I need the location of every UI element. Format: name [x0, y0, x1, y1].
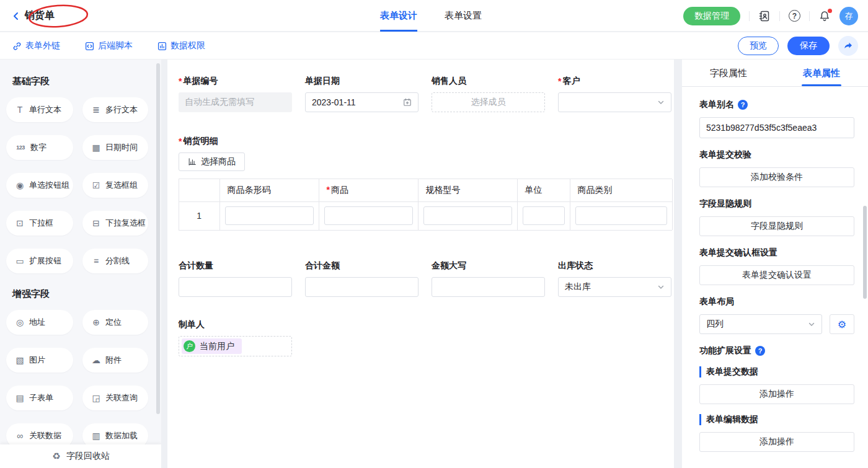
add-submit-action-button[interactable]: 添加操作	[699, 384, 854, 404]
sales-person-picker[interactable]: 选择成员	[432, 92, 545, 112]
tab-form-design[interactable]: 表单设计	[380, 0, 417, 32]
panel-scrollbar[interactable]	[863, 206, 867, 299]
tab-form-settings[interactable]: 表单设置	[445, 0, 482, 32]
permission-grid-icon	[157, 42, 167, 51]
order-date-input[interactable]: 2023-01-11	[305, 92, 418, 112]
section-title-basic-fields: 基础字段	[12, 76, 153, 87]
sidebar-item-linked-query[interactable]: ◲关联查询	[82, 386, 148, 410]
detail-table-header-row: 商品条形码 *商品 规格型号 单位 商品类别	[179, 179, 672, 201]
divider	[809, 11, 810, 21]
sidebar-item-multi-line-text[interactable]: ≣多行文本	[82, 97, 148, 122]
form-layout-select[interactable]: 四列	[699, 314, 822, 334]
field-outbound-status[interactable]: 出库状态 未出库	[558, 260, 671, 297]
field-visibility-button[interactable]: 字段显隐规则	[699, 216, 854, 236]
bar-chart-icon: ▥	[91, 431, 101, 441]
save-button[interactable]: 保存	[787, 37, 830, 55]
sidebar-item-radio-group[interactable]: ◉单选按钮组	[6, 173, 73, 198]
field-order-date[interactable]: 单据日期 2023-01-11	[305, 76, 418, 112]
share-button[interactable]	[838, 36, 858, 56]
col-header-unit: 单位	[517, 179, 570, 201]
sidebar-item-single-line-text[interactable]: T单行文本	[6, 97, 73, 122]
submit-data-group-label: 表单提交数据	[699, 366, 854, 377]
field-creator[interactable]: 制单人 户 当前用户	[179, 319, 663, 356]
sidebar-item-divider-line[interactable]: ≡分割线	[82, 249, 148, 273]
calendar-icon	[403, 98, 412, 107]
field-total-quantity[interactable]: 合计数量	[179, 260, 292, 297]
backend-script-action[interactable]: 后端脚本	[85, 40, 133, 51]
bar-chart-icon	[188, 157, 197, 166]
sidebar-item-location[interactable]: ⊕定位	[82, 310, 148, 335]
code-square-icon	[85, 42, 94, 51]
notification-bell-icon[interactable]	[818, 10, 831, 22]
order-number-input[interactable]: 自动生成无需填写	[179, 92, 292, 112]
detail-table: 商品条形码 *商品 规格型号 单位 商品类别 1	[179, 179, 672, 231]
field-customer[interactable]: *客户	[558, 76, 671, 112]
sidebar-item-subform[interactable]: ▤子表单	[6, 386, 73, 410]
sidebar-item-extend-button[interactable]: ▭扩展按钮	[6, 249, 73, 273]
checkbox-icon: ☑	[91, 180, 101, 190]
tab-field-properties[interactable]: 字段属性	[682, 60, 775, 86]
creator-picker[interactable]: 户 当前用户	[179, 336, 292, 356]
add-edit-action-button[interactable]: 添加操作	[699, 432, 854, 452]
col-header-category: 商品类别	[570, 179, 672, 201]
canvas-row-1: *单据编号 自动生成无需填写 单据日期 2023-01-11 销售人员 选择成员…	[179, 76, 663, 112]
preview-button[interactable]: 预览	[738, 37, 779, 55]
select-product-button[interactable]: 选择商品	[179, 152, 245, 171]
help-icon[interactable]: ?	[738, 100, 748, 110]
address-book-icon[interactable]	[758, 10, 771, 22]
locate-icon: ⊕	[91, 317, 101, 327]
external-link-action[interactable]: 表单外链	[12, 40, 60, 51]
total-amount-input[interactable]	[305, 277, 418, 297]
help-icon[interactable]: ?	[755, 346, 765, 356]
layout-settings-button[interactable]: ⚙	[830, 314, 854, 334]
help-icon[interactable]: ?	[789, 10, 800, 22]
sidebar-item-address[interactable]: ◎地址	[6, 310, 73, 335]
category-input[interactable]	[575, 206, 667, 225]
field-amount-in-words[interactable]: 金额大写	[432, 260, 545, 297]
field-order-number[interactable]: *单据编号 自动生成无需填写	[179, 76, 292, 112]
field-total-amount[interactable]: 合计金额	[305, 260, 418, 297]
divider	[779, 11, 780, 21]
sidebar-item-attachment[interactable]: ☁附件	[82, 348, 148, 373]
amount-in-words-input[interactable]	[432, 277, 545, 297]
field-palette-sidebar: 基础字段 T单行文本 ≣多行文本 123数字 ▦日期时间 ◉单选按钮组 ☑复选框…	[0, 60, 161, 468]
chevron-down-icon	[657, 283, 665, 291]
product-input[interactable]	[324, 206, 413, 225]
properties-panel: 字段属性 表单属性 表单别名 ? 表单提交校验 添加校验条件 字段显隐规则 字段…	[682, 60, 868, 468]
col-header-index	[179, 179, 219, 201]
page-title: 销货单	[25, 9, 55, 22]
add-validation-button[interactable]: 添加校验条件	[699, 167, 854, 187]
data-manage-button[interactable]: 数据管理	[683, 7, 740, 25]
dropdown-icon: ⊡	[15, 218, 25, 228]
outbound-status-select[interactable]: 未出库	[558, 277, 671, 297]
sidebar-scrollbar[interactable]	[156, 63, 160, 414]
canvas-row-3: 合计数量 合计金额 金额大写 出库状态 未出库	[179, 260, 663, 297]
sidebar-item-number[interactable]: 123数字	[6, 135, 73, 160]
barcode-input[interactable]	[225, 206, 314, 225]
user-avatar[interactable]: 存	[839, 7, 858, 25]
tab-form-properties[interactable]: 表单属性	[775, 60, 868, 86]
col-header-spec: 规格型号	[418, 179, 517, 201]
total-quantity-input[interactable]	[179, 277, 292, 297]
field-sales-person[interactable]: 销售人员 选择成员	[432, 76, 545, 112]
sidebar-item-multi-dropdown[interactable]: ⊟下拉复选框	[82, 211, 148, 236]
field-recycle-bin[interactable]: ♻ 字段回收站	[0, 444, 161, 468]
spec-input[interactable]	[423, 206, 512, 225]
back-icon[interactable]	[11, 11, 21, 21]
data-permission-action[interactable]: 数据权限	[157, 40, 205, 51]
form-alias-input[interactable]	[699, 117, 854, 138]
recycle-icon: ♻	[51, 451, 61, 462]
sidebar-item-datetime[interactable]: ▦日期时间	[82, 135, 148, 160]
sidebar-item-image[interactable]: ▧图片	[6, 348, 73, 373]
field-sales-detail[interactable]: *销货明细 选择商品 商品条形码 *商品 规格型号 单位 商品类别 1	[179, 136, 663, 231]
submit-confirm-button[interactable]: 表单提交确认设置	[699, 265, 854, 285]
sidebar-item-dropdown[interactable]: ⊡下拉框	[6, 211, 73, 236]
sidebar-item-checkbox-group[interactable]: ☑复选框组	[82, 173, 148, 198]
gear-icon: ⚙	[838, 319, 846, 330]
customer-select[interactable]	[558, 92, 671, 112]
extension-settings-label: 功能扩展设置 ?	[699, 345, 854, 356]
unit-input[interactable]	[523, 206, 565, 225]
divider-icon: ≡	[91, 256, 101, 266]
section-title-enhanced-fields: 增强字段	[12, 288, 153, 300]
multi-dropdown-icon: ⊟	[91, 218, 101, 228]
